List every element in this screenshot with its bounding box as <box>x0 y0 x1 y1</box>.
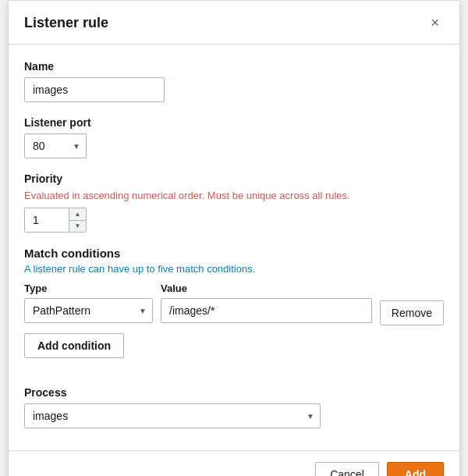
priority-group: Priority Evaluated in ascending numerica… <box>24 172 444 233</box>
close-button[interactable]: × <box>426 13 444 33</box>
type-select[interactable]: PathPattern Host Header QueryString Sour… <box>24 298 153 323</box>
value-input[interactable] <box>161 298 372 323</box>
dialog-header: Listener rule × <box>9 1 459 44</box>
process-group: Process images default api ▼ <box>24 386 444 428</box>
type-select-wrapper: PathPattern Host Header QueryString Sour… <box>24 298 153 323</box>
add-condition-button[interactable]: Add condition <box>24 333 124 358</box>
type-col-label: Type <box>24 282 153 294</box>
cancel-button[interactable]: Cancel <box>315 462 379 476</box>
dialog-title: Listener rule <box>24 15 108 31</box>
process-label: Process <box>24 386 444 399</box>
match-conditions-hint: A listener rule can have up to five matc… <box>24 263 444 275</box>
listener-port-select[interactable]: 80 443 8080 <box>24 133 87 158</box>
process-select-wrapper: images default api ▼ <box>24 403 321 428</box>
process-select[interactable]: images default api <box>24 403 321 428</box>
priority-hint: Evaluated in ascending numerical order. … <box>24 190 444 201</box>
priority-spinner: ▲ ▼ <box>69 208 86 232</box>
remove-button[interactable]: Remove <box>380 300 444 325</box>
dialog-body: Name Listener port 80 443 8080 ▼ Priorit… <box>9 44 459 450</box>
match-condition-row: Type PathPattern Host Header QueryString… <box>24 282 444 325</box>
match-conditions-title: Match conditions <box>24 247 444 260</box>
name-input[interactable] <box>24 77 165 102</box>
priority-increment-button[interactable]: ▲ <box>69 208 86 221</box>
match-action-col: Remove <box>380 282 444 325</box>
listener-rule-dialog: Listener rule × Name Listener port 80 44… <box>8 0 460 476</box>
listener-port-group: Listener port 80 443 8080 ▼ <box>24 116 444 158</box>
priority-decrement-button[interactable]: ▼ <box>69 221 86 233</box>
match-type-col: Type PathPattern Host Header QueryString… <box>24 282 153 323</box>
match-value-col: Value <box>161 282 372 323</box>
match-conditions-group: Match conditions A listener rule can hav… <box>24 247 444 372</box>
name-group: Name <box>24 60 444 102</box>
listener-port-label: Listener port <box>24 116 444 129</box>
priority-label: Priority <box>24 172 444 185</box>
dialog-footer: Cancel Add <box>9 450 459 476</box>
name-label: Name <box>24 60 444 73</box>
listener-port-select-wrapper: 80 443 8080 ▼ <box>24 133 87 158</box>
value-col-label: Value <box>161 282 372 294</box>
priority-input-wrapper: ▲ ▼ <box>24 208 87 233</box>
add-button[interactable]: Add <box>387 462 444 476</box>
